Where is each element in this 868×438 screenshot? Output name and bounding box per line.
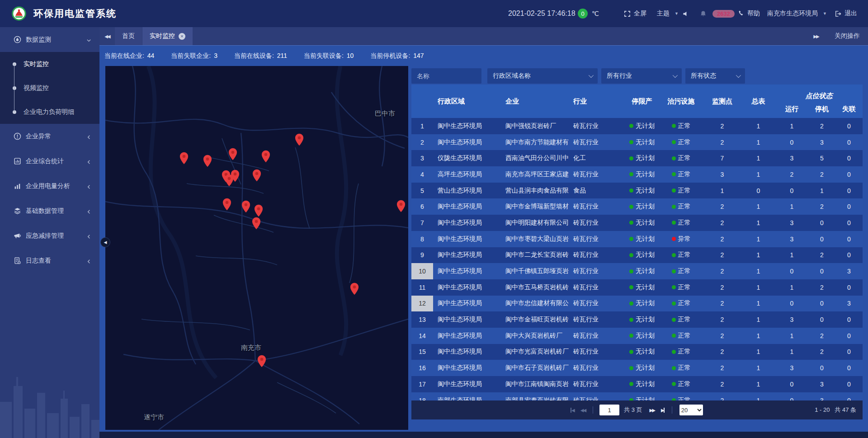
tab-realtime-monitor[interactable]: 实时监控 × [142, 27, 193, 45]
map-pin-icon[interactable] [252, 217, 261, 230]
table-row[interactable]: 7阆中生态环境局阆中明阳建材有限公司砖瓦行业无计划正常21300 [411, 215, 863, 231]
table-row[interactable]: 17阆中生态环境局阆中市江南镇阆南页岩砖瓦行业无计划正常21030 [411, 376, 863, 392]
sidebar-item-企业异常[interactable]: 企业异常 [0, 124, 99, 149]
table-row[interactable]: 12阆中生态环境局阆中市忠信建材有限公砖瓦行业无计划正常21003 [411, 296, 863, 312]
page-size-select[interactable]: 20 [679, 405, 703, 415]
cell-company: 阆中市金福旺页岩机砖 [501, 311, 569, 328]
col-meters: 总表 [741, 85, 775, 118]
cell-lost: 0 [835, 344, 863, 360]
tabs-scroll-left-icon[interactable]: ◀◀ [99, 27, 115, 45]
notifications-button[interactable]: 2632 [700, 0, 735, 27]
cell-region: 营山生态环境局 [433, 183, 501, 199]
chevron-left-icon [86, 233, 91, 238]
row-index: 18 [411, 392, 433, 400]
table-row[interactable]: 1阆中生态环境局阆中强锐页岩砖厂砖瓦行业无计划正常21120 [411, 118, 863, 134]
first-page-icon[interactable]: ◀ [571, 408, 574, 413]
table-row[interactable]: 4高坪生态环境局南充市高坪区王家店建砖瓦行业无计划正常31220 [411, 166, 863, 183]
cell-plan: 无计划 [625, 279, 659, 296]
table-row[interactable]: 2阆中生态环境局阆中市南方节能建材有砖瓦行业无计划正常21030 [411, 134, 863, 151]
table-row[interactable]: 5营山生态环境局营山县润丰肉食品有限食品无计划正常10010 [411, 183, 863, 199]
table-row[interactable]: 9阆中生态环境局阆中市二龙长宝页岩砖砖瓦行业无计划正常21120 [411, 247, 863, 264]
col-index [411, 85, 433, 118]
table-row[interactable]: 6阆中生态环境局阆中市金博瑞新型墙材砖瓦行业无计划正常21120 [411, 198, 863, 215]
cell-run: 1 [775, 279, 808, 296]
status-dot-green [629, 350, 633, 354]
sidebar-item-企业用电量分析[interactable]: 企业用电量分析 [0, 174, 99, 198]
table-row[interactable]: 18南部生态环境局南部县宏泰页岩砖有限砖瓦行业无计划正常21030 [411, 392, 863, 400]
cell-stop: 0 [808, 231, 835, 247]
notification-count-badge: 2632 [712, 10, 735, 18]
sidebar-item-数据监测[interactable]: 数据监测 [0, 27, 99, 52]
table-row[interactable]: 3仪陇生态环境局西南油气田分公司川中化工无计划正常71350 [411, 150, 863, 166]
map-pin-icon[interactable] [350, 283, 359, 295]
cell-points: 2 [703, 247, 741, 264]
table-row[interactable]: 8阆中生态环境局阆中市枣碧大梁山页岩砖瓦行业无计划异常21300 [411, 231, 863, 247]
cell-meters: 1 [741, 279, 775, 296]
company-name-input[interactable] [411, 68, 481, 84]
table-row[interactable]: 10阆中生态环境局阆中千佛镇五郎垭页岩砖瓦行业无计划正常21003 [411, 263, 863, 279]
cell-lost: 0 [835, 376, 863, 392]
mute-speaker-button[interactable] [683, 0, 689, 27]
brand: 环保用电监管系统 [12, 6, 117, 21]
prev-page-icon[interactable]: ◀◀ [580, 408, 585, 413]
org-dropdown[interactable]: 南充市生态环境局▼ [767, 0, 827, 27]
sidebar-item-基础数据管理[interactable]: 基础数据管理 [0, 198, 99, 223]
close-operations-button[interactable]: 关闭操作 [835, 32, 860, 40]
map-collapse-button[interactable]: ◀ [100, 237, 110, 247]
tab-close-icon[interactable]: × [179, 33, 185, 40]
industry-select[interactable]: 所有行业 [601, 68, 682, 84]
table-row[interactable]: 11阆中生态环境局阆中市五马桥页岩机砖砖瓦行业无计划正常21120 [411, 279, 863, 296]
map-pin-icon[interactable] [396, 200, 406, 212]
cell-industry: 砖瓦行业 [569, 279, 625, 296]
table-row[interactable]: 15阆中生态环境局阆中市光富页岩机砖厂砖瓦行业无计划正常21120 [411, 344, 863, 360]
next-page-icon[interactable]: ▶▶ [650, 408, 655, 413]
theme-dropdown[interactable]: 主题▼ [657, 0, 679, 27]
sidebar-item-应急减排管理[interactable]: 应急减排管理 [0, 223, 99, 248]
status-select[interactable]: 所有状态 [685, 68, 745, 84]
sidebar-subitem-企业电力负荷明细[interactable]: 企业电力负荷明细 [0, 100, 99, 124]
table-row[interactable]: 13阆中生态环境局阆中市金福旺页岩机砖砖瓦行业无计划正常21300 [411, 311, 863, 328]
map-pin-icon[interactable] [261, 150, 271, 163]
cell-plan: 无计划 [625, 150, 659, 166]
last-page-icon[interactable]: ▶ [661, 408, 665, 413]
col-plan: 停限产 [625, 85, 659, 118]
page-title: 环保用电监管系统 [33, 7, 117, 20]
fullscreen-button[interactable]: 全屏 [624, 0, 646, 27]
sidebar-item-企业综合统计[interactable]: 企业综合统计 [0, 149, 99, 174]
help-button[interactable]: 帮助 [738, 0, 760, 27]
sidebar-subitem-视频监控[interactable]: 视频监控 [0, 76, 99, 100]
row-index: 14 [411, 328, 433, 344]
map-pin-icon[interactable] [257, 355, 267, 367]
sidebar-item-日志查看[interactable]: 日志查看 [0, 248, 99, 273]
cell-industry: 砖瓦行业 [569, 360, 625, 376]
map-pin-icon[interactable] [231, 170, 240, 182]
map-panel[interactable]: 巴中市南充市遂宁市 [105, 66, 408, 430]
table-row[interactable]: 14阆中生态环境局阆中大兴页岩机砖厂砖瓦行业无计划正常21120 [411, 328, 863, 344]
page-number-input[interactable] [599, 405, 619, 415]
status-dot-green [672, 205, 676, 209]
status-dot-green [672, 318, 676, 322]
map-pin-icon[interactable] [179, 152, 189, 165]
app-window: 环保用电监管系统 2021-02-25 17:46:18 0 ℃ 全屏 主题▼ … [0, 0, 868, 438]
map-pin-icon[interactable] [295, 133, 304, 146]
tab-home[interactable]: 首页 [115, 27, 142, 45]
row-index: 7 [411, 215, 433, 231]
map-pin-icon[interactable] [252, 169, 262, 182]
tabs-scroll-right-icon[interactable]: ▶▶ [808, 34, 824, 39]
region-select[interactable]: 行政区域名称 [487, 68, 598, 84]
row-index: 6 [411, 198, 433, 215]
sidebar-subitem-实时监控[interactable]: 实时监控 [0, 52, 99, 76]
map-pin-icon[interactable] [203, 155, 212, 167]
map-pin-icon[interactable] [254, 204, 264, 217]
table-row[interactable]: 16阆中生态环境局阆中市石子页岩机砖厂砖瓦行业无计划正常21300 [411, 360, 863, 376]
cell-plan: 无计划 [625, 183, 659, 199]
cell-stop: 2 [808, 328, 835, 344]
logout-button[interactable]: 退出 [835, 0, 857, 27]
map-pin-icon[interactable] [228, 148, 238, 160]
cell-stop: 2 [808, 166, 835, 183]
map-pin-icon[interactable] [241, 200, 251, 213]
cell-stop: 2 [808, 118, 835, 134]
map-pin-icon[interactable] [222, 198, 232, 211]
cell-lost: 0 [835, 134, 863, 151]
cell-facility: 正常 [659, 376, 703, 392]
